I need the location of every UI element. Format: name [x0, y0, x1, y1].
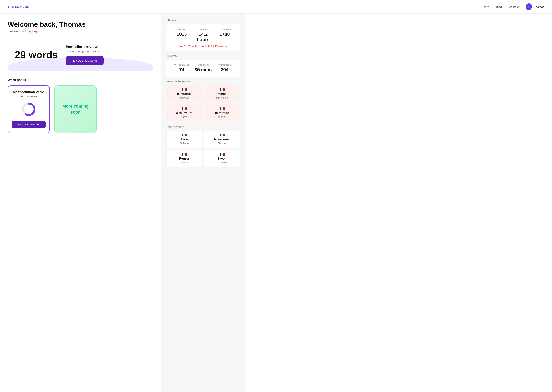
incorrect-word-4: la retraite pension [204, 104, 240, 121]
flag-icon [220, 153, 225, 156]
word-packs-title: Word packs [8, 78, 153, 82]
seen-word-3: Penser To think [166, 150, 202, 167]
recently-seen-grid: Avoir To have Ronronner To purr Penser T… [166, 131, 240, 167]
week-stat-words-learned: Words learned 74 [171, 63, 192, 72]
stat-words-seen: Words seen 1700 [214, 28, 235, 42]
this-week-card: Words learned 74 time spent 35 mins Word… [166, 60, 240, 77]
nav-blog[interactable]: Blog [496, 5, 502, 8]
flag-icon [220, 107, 225, 110]
word-packs-container: Most common verbs 101 / 120 learned Revi… [8, 85, 153, 133]
flag-icon [182, 134, 187, 136]
flag-icon [182, 153, 187, 156]
nav-learn[interactable]: Learn [482, 5, 489, 8]
incorrect-word-1: le fauteuil armchair [166, 85, 202, 102]
all-time-card: learned 1013 time spent 14.2 hours Words… [166, 24, 240, 51]
all-time-title: All time [166, 19, 240, 22]
nav-contact[interactable]: Contact [509, 5, 519, 8]
review-sublabel: need reviewing immediately [65, 50, 103, 53]
pack-review-button[interactable]: Review these words [12, 121, 46, 128]
nav-user[interactable]: T Thomas [526, 3, 544, 10]
incorrect-word-3: à fourreure furry [166, 104, 202, 121]
stat-learned: learned 1013 [171, 28, 192, 42]
this-week-title: This week [166, 54, 240, 57]
last-session-text: Last session 2 days ago [8, 30, 153, 33]
review-words-button[interactable]: Review these words [65, 56, 103, 65]
recently-seen-title: Recently seen [166, 125, 240, 128]
welcome-title: Welcome back, Thomas [8, 21, 153, 28]
pack-most-common-verbs: Most common verbs 101 / 120 learned Revi… [8, 85, 50, 133]
recently-incorrect-title: Recently incorrect [166, 80, 240, 83]
flag-icon [220, 134, 225, 136]
username: Thomas [534, 5, 544, 8]
review-card: 29 words Immediate review need reviewing… [8, 38, 153, 71]
flag-icon [182, 107, 187, 110]
stats-note: You're 2% of the way to to 35,000 words [171, 45, 235, 48]
stat-time-spent: time spent 14.2 hours [192, 28, 214, 42]
seen-word-1: Avoir To have [166, 131, 202, 148]
recently-incorrect-grid: le fauteuil armchair mince thin (m; sl) … [166, 85, 240, 121]
review-label: Immediate review [65, 45, 103, 49]
donut-chart [12, 102, 46, 117]
incorrect-word-2: mince thin (m; sl) [204, 85, 240, 102]
week-stat-time: time spent 35 mins [192, 63, 214, 72]
pack-coming-soon: More coming soon [54, 85, 97, 133]
right-panel: All time learned 1013 time spent 14.2 ho… [161, 14, 245, 392]
week-stat-words-seen: Words seen 204 [214, 63, 235, 72]
flag-icon [220, 88, 225, 91]
pack-progress: 101 / 120 learned [12, 95, 46, 98]
last-session-link[interactable]: 2 days ago [25, 30, 38, 33]
review-info: Immediate review need reviewing immediat… [65, 45, 103, 65]
seen-word-2: Ronronner To purr [204, 131, 240, 148]
seen-word-4: Savoir To know [204, 150, 240, 167]
flag-icon [182, 88, 187, 91]
app-logo: THE LEXICON [8, 5, 29, 8]
review-words-count: 29 words [15, 49, 58, 61]
pack-title: Most common verbs [12, 90, 46, 94]
avatar: T [526, 3, 532, 10]
coming-soon-text: More coming soon [59, 103, 92, 115]
